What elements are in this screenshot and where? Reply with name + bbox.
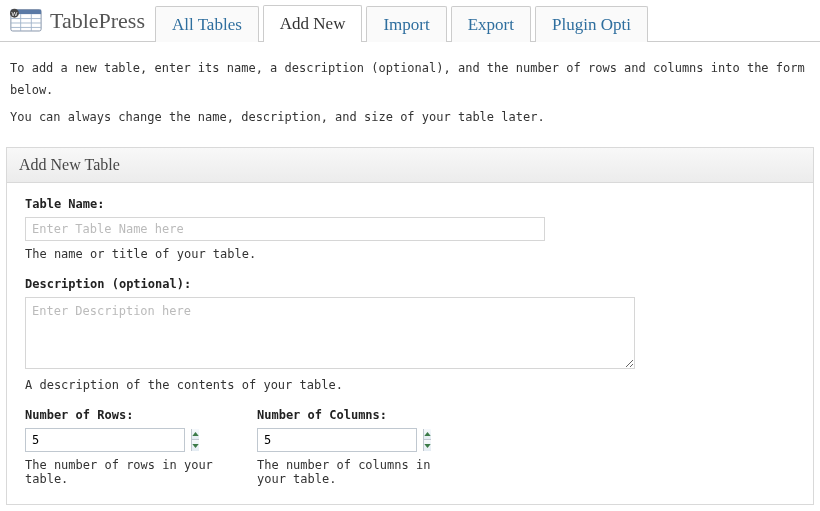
description-label: Description (optional): xyxy=(25,277,795,291)
columns-decrement-button[interactable] xyxy=(424,440,431,451)
field-table-name: Table Name: The name or title of your ta… xyxy=(25,197,795,261)
columns-spinner-buttons xyxy=(423,429,431,451)
panel-title: Add New Table xyxy=(7,148,813,183)
table-name-label: Table Name: xyxy=(25,197,795,211)
nav-tabs: All Tables Add New Import Export Plugin … xyxy=(155,0,652,42)
rows-spinner xyxy=(25,428,185,452)
add-new-table-panel: Add New Table Table Name: The name or ti… xyxy=(6,147,814,505)
tab-export[interactable]: Export xyxy=(451,6,531,42)
description-help: A description of the contents of your ta… xyxy=(25,378,795,392)
tablepress-logo-icon: W xyxy=(10,7,42,35)
instructions: To add a new table, enter its name, a de… xyxy=(0,42,820,139)
tab-all-tables[interactable]: All Tables xyxy=(155,6,259,42)
table-name-help: The name or title of your table. xyxy=(25,247,795,261)
svg-text:W: W xyxy=(12,9,18,16)
panel-body: Table Name: The name or title of your ta… xyxy=(7,183,813,504)
columns-increment-button[interactable] xyxy=(424,429,431,441)
description-input[interactable] xyxy=(25,297,635,369)
svg-marker-9 xyxy=(192,432,198,436)
field-columns: Number of Columns: The number of columns… xyxy=(257,408,447,486)
rows-spinner-buttons xyxy=(191,429,199,451)
table-name-input[interactable] xyxy=(25,217,545,241)
svg-marker-11 xyxy=(424,432,430,436)
field-rows: Number of Rows: The number of rows in yo… xyxy=(25,408,215,486)
columns-spinner xyxy=(257,428,417,452)
columns-input[interactable] xyxy=(258,429,423,451)
columns-label: Number of Columns: xyxy=(257,408,447,422)
rows-decrement-button[interactable] xyxy=(192,440,199,451)
field-description: Description (optional): A description of… xyxy=(25,277,795,392)
rows-increment-button[interactable] xyxy=(192,429,199,441)
tab-import[interactable]: Import xyxy=(366,6,446,42)
svg-marker-10 xyxy=(192,444,198,448)
svg-marker-12 xyxy=(424,444,430,448)
instructions-line-2: You can always change the name, descript… xyxy=(10,107,810,129)
rows-input[interactable] xyxy=(26,429,191,451)
app-title: TablePress xyxy=(50,8,145,34)
header-bar: W TablePress All Tables Add New Import E… xyxy=(0,0,820,42)
instructions-line-1: To add a new table, enter its name, a de… xyxy=(10,58,810,101)
row-dimensions: Number of Rows: The number of rows in yo… xyxy=(25,408,795,486)
columns-help: The number of columns in your table. xyxy=(257,458,447,486)
rows-label: Number of Rows: xyxy=(25,408,215,422)
rows-help: The number of rows in your table. xyxy=(25,458,215,486)
tab-plugin-options[interactable]: Plugin Opti xyxy=(535,6,648,42)
tab-add-new[interactable]: Add New xyxy=(263,5,363,42)
